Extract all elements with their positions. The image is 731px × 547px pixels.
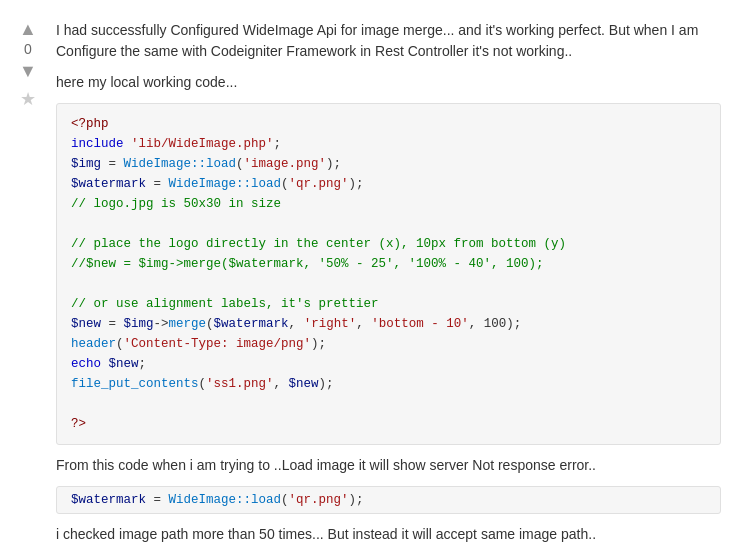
checked-label: i checked image path more than 50 times.…	[56, 524, 721, 545]
vote-count: 0	[24, 40, 32, 60]
local-code-label: here my local working code...	[56, 72, 721, 93]
inline-code-block: $watermark = WideImage::load('qr.png');	[56, 486, 721, 514]
question-intro: I had successfully Configured WideImage …	[56, 20, 721, 62]
content-column: I had successfully Configured WideImage …	[56, 20, 721, 547]
error-label: From this code when i am trying to ..Loa…	[56, 455, 721, 476]
code-block-main: <?php include 'lib/WideImage.php'; $img …	[56, 103, 721, 445]
vote-up-button[interactable]: ▲	[19, 20, 37, 38]
vote-down-button[interactable]: ▼	[19, 62, 37, 80]
vote-column: ▲ 0 ▼ ★	[10, 20, 46, 547]
post-container: ▲ 0 ▼ ★ I had successfully Configured Wi…	[0, 10, 731, 547]
favorite-star-icon[interactable]: ★	[20, 88, 36, 110]
